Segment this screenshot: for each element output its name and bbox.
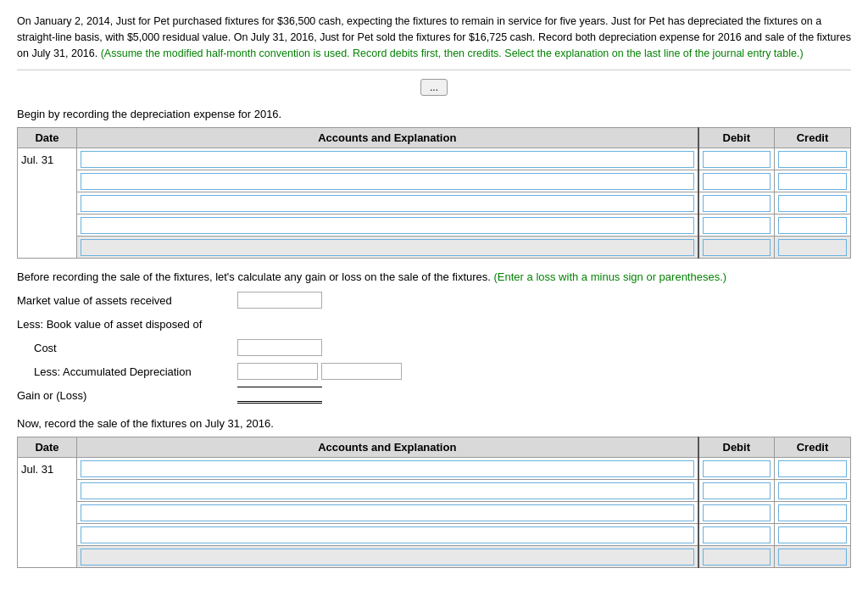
accounts-field-1-5[interactable]: [81, 239, 694, 256]
credit-field-1-1[interactable]: [778, 151, 847, 168]
col-debit-2: Debit: [698, 437, 775, 458]
debit-field-2-4[interactable]: [703, 526, 771, 543]
section2-green-note: (Enter a loss with a minus sign or paren…: [494, 270, 727, 283]
credit-input-sale-2: [775, 480, 851, 502]
accounts-input-row-2: [77, 170, 698, 192]
debit-field-1-1[interactable]: [703, 151, 771, 168]
date-cell-1: Jul. 31: [18, 148, 77, 259]
book-value-label: Less: Book value of asset disposed of: [17, 318, 237, 331]
accum-depr-inputs: [237, 363, 402, 380]
debit-field-2-2[interactable]: [703, 482, 771, 499]
debit-input-sale-4: [698, 524, 775, 546]
credit-field-2-5[interactable]: [778, 549, 847, 565]
credit-field-2-4[interactable]: [778, 526, 847, 543]
table-row: [18, 192, 851, 214]
accounts-field-2-2[interactable]: [81, 482, 694, 499]
debit-field-1-2[interactable]: [703, 173, 771, 190]
intro-paragraph: On January 2, 2014, Just for Pet purchas…: [17, 14, 851, 70]
cost-label: Cost: [17, 342, 237, 354]
accounts-input-sale-1: [77, 458, 698, 480]
col-credit-2: Credit: [775, 437, 851, 458]
debit-input-sale-1: [698, 458, 775, 480]
gain-loss-label: Gain or (Loss): [17, 389, 237, 402]
calc-row-market-value: Market value of assets received: [17, 290, 851, 310]
calc-row-book-value-header: Less: Book value of asset disposed of: [17, 314, 851, 334]
accounts-field-2-4[interactable]: [81, 526, 694, 543]
debit-input-row-5: [698, 237, 775, 259]
accounts-input-sale-2: [77, 480, 698, 502]
credit-field-1-2[interactable]: [778, 173, 847, 190]
debit-input-sale-5: [698, 546, 775, 568]
depreciation-journal-table: Date Accounts and Explanation Debit Cred…: [17, 127, 851, 259]
cost-input[interactable]: [237, 339, 322, 356]
accounts-field-1-1[interactable]: [81, 151, 694, 168]
accum-depr-input-2[interactable]: [321, 363, 402, 380]
credit-field-2-3[interactable]: [778, 504, 847, 521]
section2-label: Before recording the sale of the fixture…: [17, 270, 851, 283]
table-row: [18, 170, 851, 192]
gain-loss-input[interactable]: [237, 387, 322, 404]
accum-depr-input-1[interactable]: [237, 363, 318, 380]
col-date-1: Date: [18, 128, 77, 148]
debit-input-sale-2: [698, 480, 775, 502]
accounts-input-sale-5: [77, 546, 698, 568]
debit-input-row-3: [698, 192, 775, 214]
debit-field-1-4[interactable]: [703, 217, 771, 234]
section3-label: Now, record the sale of the fixtures on …: [17, 417, 851, 430]
table-row: [18, 214, 851, 237]
credit-field-1-4[interactable]: [778, 217, 847, 234]
accounts-field-1-4[interactable]: [81, 217, 694, 234]
accounts-field-1-3[interactable]: [81, 195, 694, 212]
accounts-input-sale-3: [77, 502, 698, 524]
debit-field-2-1[interactable]: [703, 460, 771, 477]
debit-input-row-2: [698, 170, 775, 192]
debit-field-2-5[interactable]: [703, 549, 771, 565]
col-debit-1: Debit: [698, 128, 775, 148]
accounts-field-2-5[interactable]: [81, 549, 694, 565]
credit-field-1-3[interactable]: [778, 195, 847, 212]
table-row: Jul. 31: [18, 148, 851, 170]
credit-input-row-2: [775, 170, 851, 192]
section1-label: Begin by recording the depreciation expe…: [17, 108, 851, 120]
credit-input-sale-1: [775, 458, 851, 480]
credit-input-sale-5: [775, 546, 851, 568]
ellipsis-button[interactable]: ...: [420, 79, 448, 96]
accounts-field-2-1[interactable]: [81, 460, 694, 477]
intro-text-green: (Assume the modified half-month conventi…: [101, 47, 804, 59]
debit-field-2-3[interactable]: [703, 504, 771, 521]
market-value-label: Market value of assets received: [17, 294, 237, 307]
ellipsis-container: ...: [17, 79, 851, 96]
credit-input-row-5: [775, 237, 851, 259]
credit-input-row-3: [775, 192, 851, 214]
debit-input-row-1: [698, 148, 775, 170]
calc-section: Market value of assets received Less: Bo…: [17, 290, 851, 405]
col-accounts-2: Accounts and Explanation: [77, 437, 698, 458]
calc-row-cost: Cost: [17, 337, 851, 358]
credit-field-2-2[interactable]: [778, 482, 847, 499]
debit-field-1-5[interactable]: [703, 239, 771, 256]
credit-field-1-5[interactable]: [778, 239, 847, 256]
debit-field-1-3[interactable]: [703, 195, 771, 212]
credit-input-sale-3: [775, 502, 851, 524]
credit-input-row-4: [775, 214, 851, 237]
table-row: [18, 237, 851, 259]
table-row: Jul. 31: [18, 458, 851, 480]
accounts-input-row-1: [77, 148, 698, 170]
accounts-input-row-4: [77, 214, 698, 237]
sale-journal-table: Date Accounts and Explanation Debit Cred…: [17, 437, 851, 568]
table-row: [18, 546, 851, 568]
credit-input-sale-4: [775, 524, 851, 546]
accounts-input-row-5: [77, 237, 698, 259]
table-row: [18, 480, 851, 502]
accounts-field-2-3[interactable]: [81, 504, 694, 521]
col-date-2: Date: [18, 437, 77, 458]
table-row: [18, 524, 851, 546]
col-credit-1: Credit: [775, 128, 851, 148]
market-value-input[interactable]: [237, 292, 322, 309]
col-accounts-1: Accounts and Explanation: [77, 128, 698, 148]
credit-field-2-1[interactable]: [778, 460, 847, 477]
debit-input-row-4: [698, 214, 775, 237]
accounts-field-1-2[interactable]: [81, 173, 694, 190]
table-row: [18, 502, 851, 524]
debit-input-sale-3: [698, 502, 775, 524]
